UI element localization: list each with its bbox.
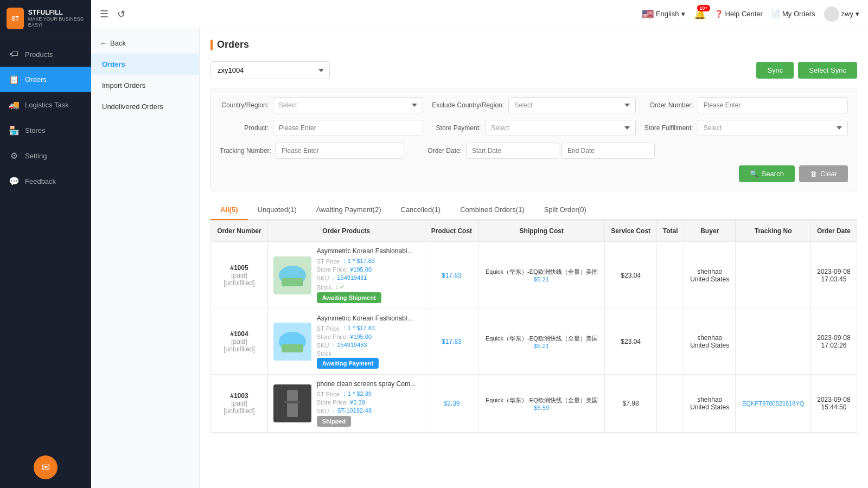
logo-icon: ST [7, 8, 24, 29]
sidebar-item-logistics[interactable]: 🚚 Logistics Task [0, 92, 91, 118]
status-badge: Shipped [317, 416, 351, 427]
search-button[interactable]: 🔍 Search [739, 165, 795, 182]
tracking-field: Tracking Number: [220, 143, 404, 159]
tracking-link[interactable]: EQKPT9700521618YQ [742, 400, 804, 407]
setting-icon: ⚙ [9, 151, 20, 161]
page-title: Orders [217, 39, 249, 50]
tab-combined[interactable]: Combined Orders(1) [450, 200, 534, 220]
store-fulfillment-field: Store Fulfillment: Select [644, 120, 848, 136]
cell-order-date: 2023-09-08 15:44:50 [810, 375, 857, 433]
svg-rect-8 [284, 401, 301, 403]
cell-buyer: shenhao United States [684, 309, 736, 375]
notification-button[interactable]: 🔔 10+ [694, 8, 706, 20]
tab-split[interactable]: Split Order(0) [534, 200, 596, 220]
svg-rect-2 [282, 278, 303, 286]
tab-awaiting-payment[interactable]: Awaiting Payment(2) [307, 200, 391, 220]
order-date-field: Order Date: [413, 143, 655, 159]
col-tracking-no: Tracking No [736, 221, 811, 242]
cell-service-cost: $23.04 [605, 309, 657, 375]
cell-order-products: Asymmetric Korean Fashionabl... ST Price… [267, 242, 425, 309]
sidebar-item-logistics-label: Logistics Task [25, 101, 69, 109]
user-menu[interactable]: zwy ▾ [824, 7, 859, 22]
cell-order-date: 2023-09-08 17:03:45 [810, 242, 857, 309]
back-arrow-icon: ← [100, 39, 107, 47]
sidebar-item-products[interactable]: 🏷 Products [0, 42, 91, 67]
back-button[interactable]: ← Back [91, 33, 199, 54]
myorders-icon: 📄 [771, 10, 780, 18]
page-title-row: Orders [210, 39, 857, 50]
cell-service-cost: $7.98 [605, 375, 657, 433]
exclude-country-select[interactable]: Select [508, 97, 636, 113]
tracking-input[interactable] [276, 143, 404, 159]
store-select[interactable]: zxy1004 [210, 61, 330, 79]
cell-order-number: #1003 [paid] [unfulfilled] [211, 375, 268, 433]
help-icon: ❓ [714, 10, 723, 18]
tab-all[interactable]: All(5) [210, 200, 248, 220]
col-buyer: Buyer [684, 221, 736, 242]
title-accent-bar [210, 40, 213, 50]
order-number-input[interactable] [698, 97, 848, 113]
product-input[interactable] [273, 120, 423, 136]
sidebar-nav: 🏷 Products 📋 Orders 🚚 Logistics Task 🏪 S… [0, 37, 91, 447]
store-payment-label: Store Payment: [432, 124, 481, 132]
chat-button[interactable]: ✉ [34, 455, 58, 479]
tabs-row: All(5) Unquoted(1) Awaiting Payment(2) C… [210, 200, 857, 220]
sidebar-item-feedback[interactable]: 💬 Feedback [0, 169, 91, 194]
table-row: #1005 [paid] [unfulfilled] Asymmetric Ko… [211, 242, 857, 309]
select-sync-button[interactable]: Select Sync [798, 62, 857, 79]
country-label: Country/Region: [220, 101, 269, 109]
cell-order-number: #1004 [paid] [unfulfilled] [211, 309, 268, 375]
cell-order-products: Asymmetric Korean Fashionabl... ST Price… [267, 309, 425, 375]
col-shipping-cost: Shipping Cost [478, 221, 605, 242]
col-service-cost: Service Cost [605, 221, 657, 242]
user-chevron-icon: ▾ [856, 10, 859, 18]
table-row: #1004 [paid] [unfulfilled] Asymmetric Ko… [211, 309, 857, 375]
filter-actions: 🔍 Search 🗑 Clear [220, 165, 848, 182]
status-badge: Awaiting Shipment [317, 292, 381, 303]
store-fulfillment-select[interactable]: Select [698, 120, 848, 136]
product-image [273, 323, 311, 361]
cell-total [657, 309, 684, 375]
sidebar-bottom: ✉ [0, 447, 91, 488]
country-select[interactable]: Select [273, 97, 423, 113]
my-orders-label: My Orders [782, 10, 815, 18]
cell-shipping-cost: Equick（华东）-EQ欧洲快线（全量）美国 $5.21 [478, 242, 605, 309]
refresh-icon[interactable]: ↺ [117, 8, 125, 20]
sidebar-item-stores[interactable]: 🏪 Stores [0, 118, 91, 143]
sub-nav-orders[interactable]: Orders [91, 54, 199, 75]
store-selector-row: zxy1004 Sync Select Sync [210, 61, 857, 79]
exclude-country-label: Exclude Country/Region: [432, 101, 504, 109]
clear-button[interactable]: 🗑 Clear [799, 165, 848, 182]
sidebar-item-orders-label: Orders [25, 75, 47, 84]
end-date-input[interactable] [561, 143, 655, 159]
tab-cancelled[interactable]: Cancelled(1) [391, 200, 451, 220]
content-area: ← Back Orders Import Orders Undelivered … [91, 28, 868, 488]
store-payment-select[interactable]: Select [485, 120, 635, 136]
help-center-button[interactable]: ❓ Help Center [714, 10, 763, 18]
country-field: Country/Region: Select [220, 97, 423, 113]
clear-icon: 🗑 [810, 170, 817, 178]
start-date-input[interactable] [466, 143, 559, 159]
cell-tracking-no: EQKPT9700521618YQ [736, 375, 811, 433]
topbar-left: ☰ ↺ [100, 8, 635, 20]
sidebar-item-setting[interactable]: ⚙ Setting [0, 143, 91, 169]
menu-icon[interactable]: ☰ [100, 8, 108, 20]
cell-order-number: #1005 [paid] [unfulfilled] [211, 242, 268, 309]
product-image [273, 384, 311, 422]
sub-nav-undelivered[interactable]: Undelivered Orders [91, 96, 199, 117]
sync-button[interactable]: Sync [756, 62, 794, 79]
product-image [273, 256, 311, 294]
order-date-label: Order Date: [413, 147, 462, 155]
sub-sidebar: ← Back Orders Import Orders Undelivered … [91, 28, 200, 488]
sync-buttons: Sync Select Sync [756, 62, 857, 79]
cell-service-cost: $23.04 [605, 242, 657, 309]
sidebar-item-orders[interactable]: 📋 Orders [0, 67, 91, 92]
cell-total [657, 242, 684, 309]
sidebar-item-stores-label: Stores [25, 126, 46, 134]
sub-nav-import-orders[interactable]: Import Orders [91, 75, 199, 96]
sidebar-item-feedback-label: Feedback [25, 177, 56, 185]
tab-unquoted[interactable]: Unquoted(1) [248, 200, 307, 220]
language-selector[interactable]: 🇺🇸 English ▾ [642, 8, 685, 20]
my-orders-button[interactable]: 📄 My Orders [771, 10, 815, 18]
cell-total [657, 375, 684, 433]
